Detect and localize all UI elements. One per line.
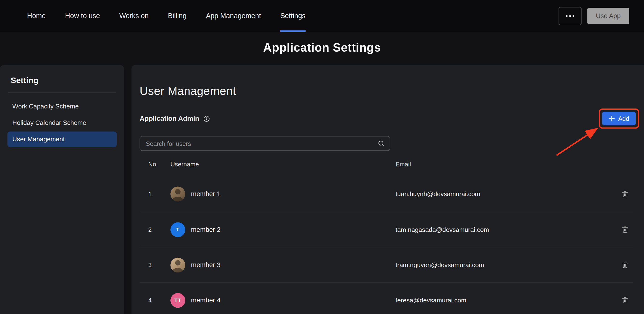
table-row: 2 T member 2 tam.nagasada@devsamurai.com bbox=[140, 212, 634, 247]
more-button[interactable] bbox=[558, 7, 582, 25]
row-number: 3 bbox=[148, 261, 170, 268]
ellipsis-icon bbox=[566, 15, 568, 17]
col-header-username: Username bbox=[170, 160, 396, 167]
ellipsis-icon bbox=[572, 15, 574, 17]
row-number: 1 bbox=[148, 191, 170, 198]
username: member 3 bbox=[191, 261, 220, 269]
sidebar-title: Setting bbox=[8, 65, 117, 93]
nav-right-controls: Use App bbox=[558, 0, 644, 32]
avatar: TT bbox=[170, 293, 185, 307]
nav-menu: Home How to use Works on Billing App Man… bbox=[27, 0, 305, 32]
user-management-panel: User Management Application Admin bbox=[131, 65, 644, 314]
col-header-email: Email bbox=[396, 160, 617, 167]
sidebar-item-user-management[interactable]: User Management bbox=[8, 131, 117, 147]
annotation-box: Add bbox=[599, 108, 639, 129]
settings-sidebar: Setting Work Capacity Scheme Holiday Cal… bbox=[0, 65, 124, 314]
nav-item-billing[interactable]: Billing bbox=[168, 0, 186, 32]
page-title: Application Settings bbox=[0, 39, 644, 57]
sidebar-list: Work Capacity Scheme Holiday Calendar Sc… bbox=[8, 99, 117, 147]
user-email: tam.nagasada@devsamurai.com bbox=[396, 226, 617, 233]
table-row: 4 TT member 4 teresa@devsamurai.com bbox=[140, 282, 634, 314]
row-number: 2 bbox=[148, 226, 170, 233]
sidebar-item-holiday-calendar-scheme[interactable]: Holiday Calendar Scheme bbox=[8, 115, 117, 131]
application-admin-label: Application Admin bbox=[140, 115, 200, 122]
ellipsis-icon bbox=[569, 15, 571, 17]
top-navbar: Home How to use Works on Billing App Man… bbox=[0, 0, 644, 32]
users-table: No. Username Email 1 member 1 tuan.huynh… bbox=[140, 156, 634, 314]
user-email: teresa@devsamurai.com bbox=[396, 296, 617, 304]
add-button[interactable]: Add bbox=[602, 112, 636, 125]
section-title: User Management bbox=[140, 65, 634, 98]
user-email: tram.nguyen@devsamurai.com bbox=[396, 261, 617, 269]
plus-icon bbox=[609, 115, 615, 122]
col-header-no: No. bbox=[148, 160, 170, 167]
nav-item-settings[interactable]: Settings bbox=[280, 0, 306, 32]
delete-user-button[interactable] bbox=[620, 188, 630, 199]
table-row: 3 member 3 tram.nguyen@devsamurai.com bbox=[140, 247, 634, 282]
add-button-label: Add bbox=[618, 115, 629, 122]
trash-icon bbox=[621, 226, 629, 233]
username: member 2 bbox=[191, 226, 220, 233]
search-icon bbox=[378, 140, 385, 149]
delete-user-button[interactable] bbox=[620, 295, 630, 306]
content-area: Setting Work Capacity Scheme Holiday Cal… bbox=[0, 65, 644, 314]
trash-icon bbox=[621, 296, 629, 304]
avatar-initials: T bbox=[176, 227, 180, 233]
trash-icon bbox=[621, 261, 629, 269]
sidebar-item-work-capacity-scheme[interactable]: Work Capacity Scheme bbox=[8, 99, 117, 114]
admin-header-row: Application Admin bbox=[140, 108, 634, 129]
delete-user-button[interactable] bbox=[620, 224, 630, 235]
divider bbox=[8, 93, 116, 93]
search-box bbox=[140, 136, 390, 151]
table-row: 1 member 1 tuan.huynh@devsamurai.com bbox=[140, 176, 634, 212]
trash-icon bbox=[621, 190, 629, 198]
avatar-initials: TT bbox=[174, 297, 181, 303]
search-input[interactable] bbox=[140, 136, 390, 151]
nav-item-how-to-use[interactable]: How to use bbox=[65, 0, 100, 32]
avatar bbox=[170, 257, 185, 272]
delete-user-button[interactable] bbox=[620, 259, 630, 270]
info-icon[interactable] bbox=[203, 115, 210, 122]
table-header-row: No. Username Email bbox=[140, 156, 634, 172]
nav-item-works-on[interactable]: Works on bbox=[119, 0, 149, 32]
nav-item-app-management[interactable]: App Management bbox=[206, 0, 261, 32]
username: member 1 bbox=[191, 190, 220, 198]
avatar bbox=[170, 186, 185, 201]
user-email: tuan.huynh@devsamurai.com bbox=[396, 190, 617, 198]
use-app-button[interactable]: Use App bbox=[587, 8, 629, 24]
username: member 4 bbox=[191, 296, 220, 304]
avatar: T bbox=[170, 222, 185, 237]
app-root: Home How to use Works on Billing App Man… bbox=[0, 0, 644, 314]
nav-item-home[interactable]: Home bbox=[27, 0, 46, 32]
row-number: 4 bbox=[148, 296, 170, 303]
